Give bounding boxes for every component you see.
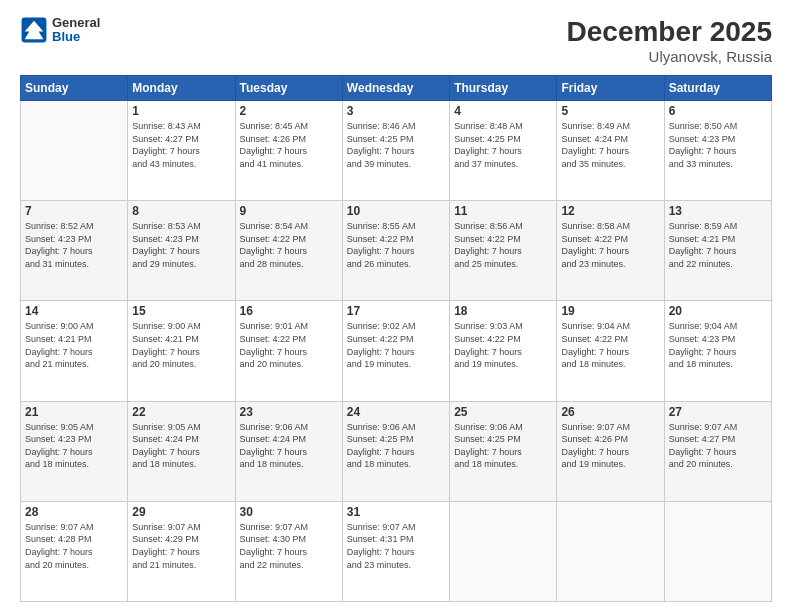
- day-info: Sunrise: 9:03 AM Sunset: 4:22 PM Dayligh…: [454, 320, 552, 370]
- day-info: Sunrise: 9:06 AM Sunset: 4:24 PM Dayligh…: [240, 421, 338, 471]
- day-info: Sunrise: 9:00 AM Sunset: 4:21 PM Dayligh…: [25, 320, 123, 370]
- day-info: Sunrise: 9:04 AM Sunset: 4:22 PM Dayligh…: [561, 320, 659, 370]
- calendar-cell: 28Sunrise: 9:07 AM Sunset: 4:28 PM Dayli…: [21, 501, 128, 601]
- calendar-cell: 9Sunrise: 8:54 AM Sunset: 4:22 PM Daylig…: [235, 201, 342, 301]
- day-number: 2: [240, 104, 338, 118]
- day-info: Sunrise: 9:06 AM Sunset: 4:25 PM Dayligh…: [454, 421, 552, 471]
- day-info: Sunrise: 8:55 AM Sunset: 4:22 PM Dayligh…: [347, 220, 445, 270]
- calendar-cell: 15Sunrise: 9:00 AM Sunset: 4:21 PM Dayli…: [128, 301, 235, 401]
- day-header-saturday: Saturday: [664, 76, 771, 101]
- day-info: Sunrise: 9:07 AM Sunset: 4:26 PM Dayligh…: [561, 421, 659, 471]
- calendar-cell: [21, 101, 128, 201]
- calendar-cell: 10Sunrise: 8:55 AM Sunset: 4:22 PM Dayli…: [342, 201, 449, 301]
- day-info: Sunrise: 8:56 AM Sunset: 4:22 PM Dayligh…: [454, 220, 552, 270]
- day-number: 17: [347, 304, 445, 318]
- day-number: 25: [454, 405, 552, 419]
- day-info: Sunrise: 9:02 AM Sunset: 4:22 PM Dayligh…: [347, 320, 445, 370]
- day-info: Sunrise: 8:59 AM Sunset: 4:21 PM Dayligh…: [669, 220, 767, 270]
- calendar-cell: 30Sunrise: 9:07 AM Sunset: 4:30 PM Dayli…: [235, 501, 342, 601]
- day-number: 30: [240, 505, 338, 519]
- day-info: Sunrise: 8:50 AM Sunset: 4:23 PM Dayligh…: [669, 120, 767, 170]
- header: General Blue December 2025 Ulyanovsk, Ru…: [20, 16, 772, 65]
- day-info: Sunrise: 9:07 AM Sunset: 4:29 PM Dayligh…: [132, 521, 230, 571]
- day-header-monday: Monday: [128, 76, 235, 101]
- day-number: 3: [347, 104, 445, 118]
- day-number: 29: [132, 505, 230, 519]
- day-info: Sunrise: 9:04 AM Sunset: 4:23 PM Dayligh…: [669, 320, 767, 370]
- calendar-cell: 23Sunrise: 9:06 AM Sunset: 4:24 PM Dayli…: [235, 401, 342, 501]
- calendar-cell: 14Sunrise: 9:00 AM Sunset: 4:21 PM Dayli…: [21, 301, 128, 401]
- day-number: 9: [240, 204, 338, 218]
- day-number: 6: [669, 104, 767, 118]
- day-info: Sunrise: 9:07 AM Sunset: 4:31 PM Dayligh…: [347, 521, 445, 571]
- logo-text: General Blue: [52, 16, 100, 45]
- day-number: 21: [25, 405, 123, 419]
- day-info: Sunrise: 8:52 AM Sunset: 4:23 PM Dayligh…: [25, 220, 123, 270]
- calendar-cell: 31Sunrise: 9:07 AM Sunset: 4:31 PM Dayli…: [342, 501, 449, 601]
- day-number: 24: [347, 405, 445, 419]
- calendar-title: December 2025: [567, 16, 772, 48]
- day-number: 26: [561, 405, 659, 419]
- day-info: Sunrise: 8:49 AM Sunset: 4:24 PM Dayligh…: [561, 120, 659, 170]
- day-number: 13: [669, 204, 767, 218]
- day-number: 27: [669, 405, 767, 419]
- calendar-table: SundayMondayTuesdayWednesdayThursdayFrid…: [20, 75, 772, 602]
- day-header-friday: Friday: [557, 76, 664, 101]
- day-header-thursday: Thursday: [450, 76, 557, 101]
- day-number: 23: [240, 405, 338, 419]
- day-info: Sunrise: 9:07 AM Sunset: 4:27 PM Dayligh…: [669, 421, 767, 471]
- calendar-cell: 16Sunrise: 9:01 AM Sunset: 4:22 PM Dayli…: [235, 301, 342, 401]
- calendar-cell: [664, 501, 771, 601]
- calendar-week-4: 21Sunrise: 9:05 AM Sunset: 4:23 PM Dayli…: [21, 401, 772, 501]
- calendar-cell: 17Sunrise: 9:02 AM Sunset: 4:22 PM Dayli…: [342, 301, 449, 401]
- day-header-wednesday: Wednesday: [342, 76, 449, 101]
- calendar-cell: 20Sunrise: 9:04 AM Sunset: 4:23 PM Dayli…: [664, 301, 771, 401]
- calendar-cell: 7Sunrise: 8:52 AM Sunset: 4:23 PM Daylig…: [21, 201, 128, 301]
- day-info: Sunrise: 8:46 AM Sunset: 4:25 PM Dayligh…: [347, 120, 445, 170]
- day-info: Sunrise: 9:07 AM Sunset: 4:28 PM Dayligh…: [25, 521, 123, 571]
- day-info: Sunrise: 8:43 AM Sunset: 4:27 PM Dayligh…: [132, 120, 230, 170]
- calendar-cell: 26Sunrise: 9:07 AM Sunset: 4:26 PM Dayli…: [557, 401, 664, 501]
- calendar-week-1: 1Sunrise: 8:43 AM Sunset: 4:27 PM Daylig…: [21, 101, 772, 201]
- calendar-cell: 1Sunrise: 8:43 AM Sunset: 4:27 PM Daylig…: [128, 101, 235, 201]
- day-header-tuesday: Tuesday: [235, 76, 342, 101]
- logo-icon: [20, 16, 48, 44]
- calendar-cell: 22Sunrise: 9:05 AM Sunset: 4:24 PM Dayli…: [128, 401, 235, 501]
- day-info: Sunrise: 8:58 AM Sunset: 4:22 PM Dayligh…: [561, 220, 659, 270]
- calendar-cell: 19Sunrise: 9:04 AM Sunset: 4:22 PM Dayli…: [557, 301, 664, 401]
- day-number: 15: [132, 304, 230, 318]
- logo: General Blue: [20, 16, 100, 45]
- day-number: 14: [25, 304, 123, 318]
- calendar-subtitle: Ulyanovsk, Russia: [567, 48, 772, 65]
- day-number: 18: [454, 304, 552, 318]
- calendar-cell: [557, 501, 664, 601]
- calendar-cell: 12Sunrise: 8:58 AM Sunset: 4:22 PM Dayli…: [557, 201, 664, 301]
- calendar-cell: 8Sunrise: 8:53 AM Sunset: 4:23 PM Daylig…: [128, 201, 235, 301]
- day-number: 31: [347, 505, 445, 519]
- calendar-cell: 13Sunrise: 8:59 AM Sunset: 4:21 PM Dayli…: [664, 201, 771, 301]
- calendar-cell: 27Sunrise: 9:07 AM Sunset: 4:27 PM Dayli…: [664, 401, 771, 501]
- logo-line2: Blue: [52, 30, 100, 44]
- day-info: Sunrise: 9:00 AM Sunset: 4:21 PM Dayligh…: [132, 320, 230, 370]
- calendar-week-3: 14Sunrise: 9:00 AM Sunset: 4:21 PM Dayli…: [21, 301, 772, 401]
- calendar-cell: [450, 501, 557, 601]
- day-info: Sunrise: 8:54 AM Sunset: 4:22 PM Dayligh…: [240, 220, 338, 270]
- calendar-week-5: 28Sunrise: 9:07 AM Sunset: 4:28 PM Dayli…: [21, 501, 772, 601]
- day-number: 1: [132, 104, 230, 118]
- calendar-cell: 4Sunrise: 8:48 AM Sunset: 4:25 PM Daylig…: [450, 101, 557, 201]
- day-info: Sunrise: 9:07 AM Sunset: 4:30 PM Dayligh…: [240, 521, 338, 571]
- day-number: 11: [454, 204, 552, 218]
- title-block: December 2025 Ulyanovsk, Russia: [567, 16, 772, 65]
- day-info: Sunrise: 8:53 AM Sunset: 4:23 PM Dayligh…: [132, 220, 230, 270]
- calendar-cell: 24Sunrise: 9:06 AM Sunset: 4:25 PM Dayli…: [342, 401, 449, 501]
- day-info: Sunrise: 8:48 AM Sunset: 4:25 PM Dayligh…: [454, 120, 552, 170]
- page: General Blue December 2025 Ulyanovsk, Ru…: [0, 0, 792, 612]
- calendar-cell: 11Sunrise: 8:56 AM Sunset: 4:22 PM Dayli…: [450, 201, 557, 301]
- day-number: 28: [25, 505, 123, 519]
- day-info: Sunrise: 8:45 AM Sunset: 4:26 PM Dayligh…: [240, 120, 338, 170]
- calendar-header-row: SundayMondayTuesdayWednesdayThursdayFrid…: [21, 76, 772, 101]
- day-info: Sunrise: 9:05 AM Sunset: 4:23 PM Dayligh…: [25, 421, 123, 471]
- day-number: 10: [347, 204, 445, 218]
- calendar-cell: 18Sunrise: 9:03 AM Sunset: 4:22 PM Dayli…: [450, 301, 557, 401]
- day-number: 4: [454, 104, 552, 118]
